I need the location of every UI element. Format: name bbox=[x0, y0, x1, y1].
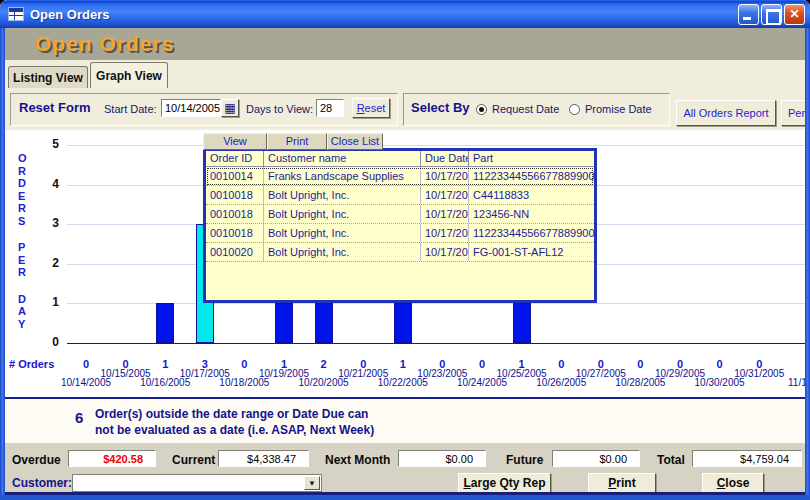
table-cell: 0010014 bbox=[206, 167, 264, 185]
note-line-1: Order(s) outside the date range or Date … bbox=[95, 407, 368, 421]
table-cell: Bolt Upright, Inc. bbox=[264, 243, 421, 261]
table-cell: C44118833 bbox=[469, 186, 594, 204]
table-cell: 10/17/20 bbox=[421, 224, 469, 242]
combo-dropdown-button[interactable]: ▼ bbox=[304, 476, 320, 490]
y-axis-tick-label: 3 bbox=[33, 216, 59, 230]
column-header: Part bbox=[469, 151, 594, 166]
title-bar: Open Orders ✕ bbox=[0, 0, 810, 28]
select-by-label: Select By bbox=[411, 100, 470, 115]
table-cell: Franks Landscape Supplies bbox=[264, 167, 421, 185]
table-cell: 10/17/20 bbox=[421, 167, 469, 185]
column-header: Customer name bbox=[264, 151, 421, 166]
print-list-button[interactable]: Print bbox=[267, 133, 327, 150]
order-bar[interactable] bbox=[156, 303, 174, 343]
close-button[interactable]: Close bbox=[702, 473, 764, 493]
print-button[interactable]: Print bbox=[588, 473, 656, 493]
close-window-button[interactable]: ✕ bbox=[784, 4, 805, 25]
start-date-input[interactable]: 10/14/2005 bbox=[161, 99, 221, 117]
y-axis-tick-label: 1 bbox=[33, 295, 59, 309]
header-band: Open Orders bbox=[5, 28, 805, 60]
note-bar: 6 Order(s) outside the date range or Dat… bbox=[5, 399, 805, 443]
tab-graph-view[interactable]: Graph View bbox=[90, 62, 168, 88]
reset-form-label: Reset Form bbox=[19, 100, 91, 115]
calendar-icon: ▦ bbox=[224, 101, 235, 115]
request-date-label: Request Date bbox=[492, 103, 559, 115]
close-list-button[interactable]: Close List bbox=[327, 133, 383, 150]
large-qty-rep-button[interactable]: Large Qty Rep bbox=[458, 473, 551, 493]
total-label: Total bbox=[657, 453, 685, 467]
future-field: $0.00 bbox=[552, 450, 640, 467]
table-cell: 123456-NN bbox=[469, 205, 594, 223]
outside-range-count: 6 bbox=[75, 409, 83, 426]
table-cell: 11223344556677889900A12 bbox=[469, 167, 594, 185]
table-body: 0010014Franks Landscape Supplies10/17/20… bbox=[206, 167, 594, 262]
total-field: $4,759.04 bbox=[692, 450, 802, 467]
order-bar[interactable] bbox=[394, 303, 412, 343]
orders-count-row-label: # Orders bbox=[9, 358, 54, 370]
page-title: Open Orders bbox=[35, 32, 174, 56]
order-bar[interactable] bbox=[513, 303, 531, 343]
promise-date-label: Promise Date bbox=[585, 103, 652, 115]
table-row[interactable]: 0010018Bolt Upright, Inc.10/17/201122334… bbox=[206, 224, 594, 243]
table-row[interactable]: 0010014Franks Landscape Supplies10/17/20… bbox=[206, 167, 594, 186]
table-cell: FG-001-ST-AFL12 bbox=[469, 243, 594, 261]
window-border-bottom bbox=[0, 495, 810, 500]
days-to-view-input[interactable]: 28 bbox=[316, 99, 344, 117]
table-cell: 10/17/20 bbox=[421, 186, 469, 204]
reset-button[interactable]: Reset bbox=[352, 98, 390, 118]
request-date-radio[interactable] bbox=[476, 104, 487, 115]
summary-bar: Overdue $420.58 Current $4,338.47 Next M… bbox=[5, 443, 805, 492]
table-header-row: Order IDCustomer nameDue DatePart bbox=[206, 151, 594, 167]
toolbar: Reset Form Start Date: 10/14/2005 ▦ Days… bbox=[5, 88, 805, 130]
y-axis-tick-label: 4 bbox=[33, 177, 59, 191]
orders-popup: Order IDCustomer nameDue DatePart 001001… bbox=[203, 148, 597, 303]
form-icon bbox=[8, 7, 24, 21]
chart-gridline bbox=[67, 303, 805, 304]
period-report-button[interactable]: Peri bbox=[781, 100, 805, 126]
days-to-view-label: Days to View: bbox=[246, 103, 313, 115]
table-cell: Bolt Upright, Inc. bbox=[264, 186, 421, 204]
view-button[interactable]: View bbox=[203, 133, 267, 150]
customer-combo[interactable]: ▼ bbox=[72, 474, 322, 492]
promise-date-radio[interactable] bbox=[569, 104, 580, 115]
maximize-button[interactable] bbox=[761, 4, 782, 25]
future-label: Future bbox=[506, 453, 543, 467]
column-header: Order ID bbox=[206, 151, 264, 166]
window-border-right bbox=[805, 28, 810, 500]
y-axis-title: ORDERSPERDAY bbox=[18, 152, 27, 330]
current-field: $4,338.47 bbox=[218, 450, 309, 467]
y-axis-tick-label: 2 bbox=[33, 256, 59, 270]
table-cell: Bolt Upright, Inc. bbox=[264, 224, 421, 242]
note-line-2: not be evaluated as a date (i.e. ASAP, N… bbox=[95, 423, 374, 437]
window-border-left bbox=[0, 28, 5, 500]
tab-strip: Listing View Graph View bbox=[5, 60, 805, 88]
minimize-button[interactable] bbox=[738, 4, 759, 25]
y-axis-tick-label: 5 bbox=[33, 137, 59, 151]
x-axis-line bbox=[67, 343, 805, 344]
table-cell: 0010018 bbox=[206, 224, 264, 242]
overdue-label: Overdue bbox=[12, 453, 61, 467]
order-bar[interactable] bbox=[275, 303, 293, 343]
next-month-field: $0.00 bbox=[398, 450, 486, 467]
column-header: Due Date bbox=[421, 151, 469, 166]
table-cell: 11223344556677889900A12 bbox=[469, 224, 594, 242]
current-label: Current bbox=[172, 453, 215, 467]
customer-label: Customer: bbox=[12, 476, 72, 490]
table-cell: 10/17/20 bbox=[421, 205, 469, 223]
chart-gridline bbox=[67, 145, 805, 146]
table-cell: Bolt Upright, Inc. bbox=[264, 205, 421, 223]
table-row[interactable]: 0010018Bolt Upright, Inc.10/17/20123456-… bbox=[206, 205, 594, 224]
x-axis-date-label: 11/1. bbox=[763, 377, 805, 388]
tab-listing-view[interactable]: Listing View bbox=[8, 66, 88, 88]
table-cell: 0010018 bbox=[206, 186, 264, 204]
table-row[interactable]: 0010020Bolt Upright, Inc.10/17/20FG-001-… bbox=[206, 243, 594, 262]
table-row[interactable]: 0010018Bolt Upright, Inc.10/17/20C441188… bbox=[206, 186, 594, 205]
all-orders-report-button[interactable]: All Orders Report bbox=[676, 100, 776, 126]
next-month-label: Next Month bbox=[325, 453, 390, 467]
calendar-picker-button[interactable]: ▦ bbox=[221, 99, 239, 117]
open-orders-window: Open Orders ✕ Open Orders Listing View G… bbox=[0, 0, 810, 500]
overdue-field: $420.58 bbox=[68, 450, 156, 467]
list-button-strip: View Print Close List bbox=[203, 133, 383, 150]
start-date-label: Start Date: bbox=[104, 103, 157, 115]
table-cell: 0010020 bbox=[206, 243, 264, 261]
